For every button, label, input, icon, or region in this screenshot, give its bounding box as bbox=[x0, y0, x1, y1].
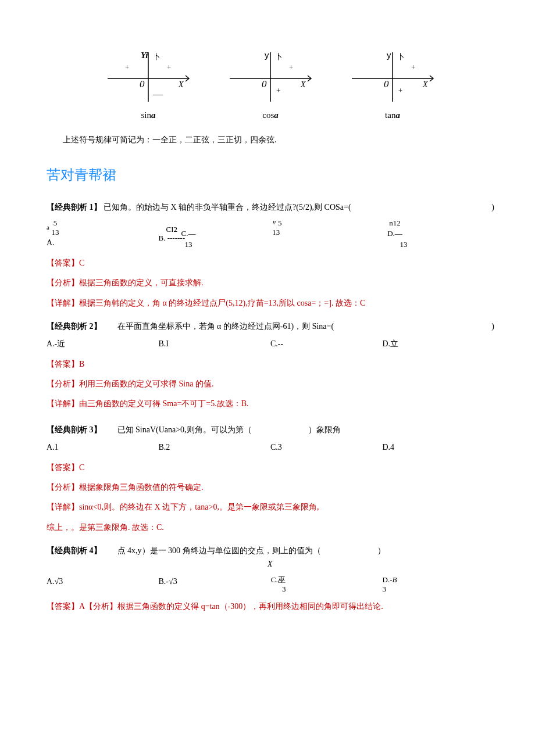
axis-mark: 卜 bbox=[275, 52, 283, 61]
detail-text: 由三角函数的定义可得 Sma=不可丁=5.故选：B. bbox=[79, 399, 249, 408]
detail-label: 【详解】 bbox=[47, 299, 79, 307]
problem-2-close: ) bbox=[491, 320, 494, 333]
analysis-label: 【分析】 bbox=[47, 278, 79, 287]
detail-label: 【详解】 bbox=[47, 503, 79, 511]
opt-d-var: B bbox=[392, 575, 397, 584]
caption-func: sin bbox=[141, 110, 151, 120]
caption-func: cos bbox=[262, 110, 274, 120]
option-d: D.立 bbox=[383, 338, 495, 350]
sign-rule-text: 上述符号规律可简记为：一全正，二正弦，三正切，四余弦. bbox=[47, 134, 494, 146]
axes-cos-svg: y 卜 0 X + + bbox=[224, 46, 317, 105]
analysis-text: 根据象限角三角函数值的符号确定. bbox=[79, 483, 204, 492]
axes-tan-svg: y 卜 0 X + + bbox=[346, 46, 439, 105]
opt-b-bot: 13 bbox=[181, 240, 195, 249]
answer-label: 【答案】 bbox=[47, 463, 79, 472]
option-d: D.-B 3 bbox=[383, 575, 495, 593]
answer-value: B bbox=[79, 360, 84, 368]
analysis-text: 根据三角函数的定义得 q=tan（-300），再利用终边相同的角即可得出结论. bbox=[117, 602, 383, 611]
axis-mark: 卜 bbox=[397, 52, 405, 61]
option-b: B.I bbox=[159, 338, 271, 350]
section-heading: 苦对青帮裙 bbox=[47, 164, 494, 186]
problem-2-text: 在平面直角坐标系中，若角 α 的终边经过点网-61)，则 Sina=( bbox=[117, 322, 334, 331]
problem-2: 【经典剖析 2】 在平面直角坐标系中，若角 α 的终边经过点网-61)，则 Si… bbox=[47, 320, 494, 411]
problem-2-analysis: 【分析】利用三角函数的定义可求得 Sina 的值. bbox=[47, 378, 494, 390]
analysis-text: 根据三角函数的定义，可直接求解. bbox=[79, 278, 204, 287]
analysis-label: 【分析】 bbox=[47, 379, 79, 388]
axes-tan: y 卜 0 X + + tana bbox=[346, 46, 439, 122]
problem-3-title: 【经典剖析 3】 bbox=[47, 425, 102, 434]
opt-a-sup: a bbox=[47, 224, 49, 231]
origin-label: 0 bbox=[384, 78, 389, 89]
problem-4-close: ） bbox=[377, 546, 386, 555]
y-label: Yi bbox=[141, 51, 148, 60]
problem-4-sub: X bbox=[268, 558, 494, 571]
option-b: B.2 bbox=[159, 441, 271, 454]
sign-diagram-row: Yi 卜 0 X + + — sina y 卜 0 X + + cosa bbox=[87, 46, 454, 122]
opt-d-label: D.— bbox=[387, 228, 402, 240]
opt-c-main: C.巫 bbox=[270, 575, 286, 585]
origin-label: 0 bbox=[140, 78, 145, 89]
problem-1-stem: 【经典剖析 1】 已知角。的始边与 X 轴的非负半轴重合，终边经过点?(5/2)… bbox=[47, 201, 494, 214]
option-b: CI2 B. ------- C.— 13 bbox=[159, 218, 271, 249]
option-a: A.1 bbox=[47, 441, 159, 454]
quad4: + bbox=[276, 86, 280, 95]
problem-4-answer: 【答案】A【分析】根据三角函数的定义得 q=tan（-300），再利用终边相同的… bbox=[47, 600, 494, 613]
problem-3-detail: 【详解】sinα<0,则。的终边在 X 边下方，tana>0,。是第一象限或第三… bbox=[47, 501, 494, 514]
x-label: X bbox=[300, 80, 306, 89]
opt-c-label: C.— bbox=[181, 228, 195, 240]
quad4: — bbox=[152, 88, 163, 99]
detail-text: sinα<0,则。的终边在 X 边下方，tana>0,。是第一象限或第三象限角, bbox=[79, 503, 319, 511]
answer-value: C bbox=[79, 259, 84, 267]
problem-3-detail2: 综上，。是第三象限角. 故选：C. bbox=[47, 521, 494, 534]
problem-3-answer: 【答案】C bbox=[47, 461, 494, 474]
opt-d-main: D.- bbox=[383, 575, 393, 584]
detail-text: 根据三角韩的定义，角 α 的终边经过点尸(5,12),疗苗=13,所以 cosa… bbox=[79, 299, 365, 307]
problem-4-options: A.√3 B.-√3 C.巫 3 D.-B 3 bbox=[47, 575, 494, 593]
option-d: n12 D.— 13 bbox=[383, 218, 495, 249]
analysis-text: 利用三角函数的定义可求得 Sina 的值. bbox=[79, 379, 213, 388]
opt-d-bot: 13 bbox=[400, 240, 408, 249]
quad4: + bbox=[398, 86, 402, 95]
analysis-label: 【分析】 bbox=[85, 602, 117, 611]
opt-d-top: n12 bbox=[383, 218, 408, 228]
problem-2-answer: 【答案】B bbox=[47, 358, 494, 371]
problem-1: 【经典剖析 1】 已知角。的始边与 X 轴的非负半轴重合，终边经过点?(5/2)… bbox=[47, 201, 494, 310]
problem-3-text: 已知 SinaV(Uana>0,则角。可以为第（ bbox=[117, 425, 252, 434]
axes-sin: Yi 卜 0 X + + — sina bbox=[102, 46, 195, 122]
analysis-label: 【分析】 bbox=[47, 483, 79, 492]
option-c: C.巫 3 bbox=[270, 575, 383, 593]
opt-c-bot: 3 bbox=[282, 585, 286, 594]
y-label: y bbox=[387, 50, 391, 60]
x-label: X bbox=[422, 80, 428, 89]
axes-cos-caption: cosa bbox=[262, 108, 279, 122]
problem-2-detail: 【详解】由三角函数的定义可得 Sma=不可丁=5.故选：B. bbox=[47, 397, 494, 410]
caption-func: tan bbox=[385, 110, 395, 120]
answer-label: 【答案】 bbox=[47, 602, 79, 611]
option-d: D.4 bbox=[383, 441, 495, 454]
problem-4-stem: 【经典剖析 4】 点 4x,y）是一 300 角终边与单位圆的交点，则上的值为（… bbox=[47, 544, 494, 571]
option-a: A.-近 bbox=[47, 338, 159, 350]
quad1: + bbox=[167, 63, 171, 71]
problem-2-title: 【经典剖析 2】 bbox=[47, 322, 102, 331]
option-c: C.-- bbox=[270, 338, 383, 350]
problem-3-close: ）象限角 bbox=[308, 425, 341, 434]
y-label: y bbox=[265, 50, 269, 60]
problem-3-analysis: 【分析】根据象限角三角函数值的符号确定. bbox=[47, 481, 494, 494]
option-a: A.√3 bbox=[47, 575, 159, 588]
opt-a-label: A. bbox=[47, 238, 55, 247]
opt-d-bot: 3 bbox=[383, 585, 397, 594]
problem-4-text: 点 4x,y）是一 300 角终边与单位圆的交点，则上的值为（ bbox=[117, 546, 321, 555]
answer-value: A bbox=[79, 602, 85, 611]
problem-1-answer: 【答案】C bbox=[47, 257, 494, 270]
axes-sin-svg: Yi 卜 0 X + + — bbox=[102, 46, 195, 105]
problem-3-stem: 【经典剖析 3】 已知 SinaV(Uana>0,则角。可以为第（ ）象限角 bbox=[47, 424, 494, 436]
option-c: 〃5 13 bbox=[270, 218, 383, 237]
problem-1-analysis: 【分析】根据三角函数的定义，可直接求解. bbox=[47, 277, 494, 289]
axes-cos: y 卜 0 X + + cosa bbox=[224, 46, 317, 122]
answer-value: C bbox=[79, 463, 84, 472]
origin-label: 0 bbox=[262, 78, 267, 89]
opt-c-top: 〃5 bbox=[270, 218, 282, 228]
axes-tan-caption: tana bbox=[385, 108, 400, 122]
answer-label: 【答案】 bbox=[47, 360, 79, 368]
quad1: + bbox=[289, 63, 293, 71]
